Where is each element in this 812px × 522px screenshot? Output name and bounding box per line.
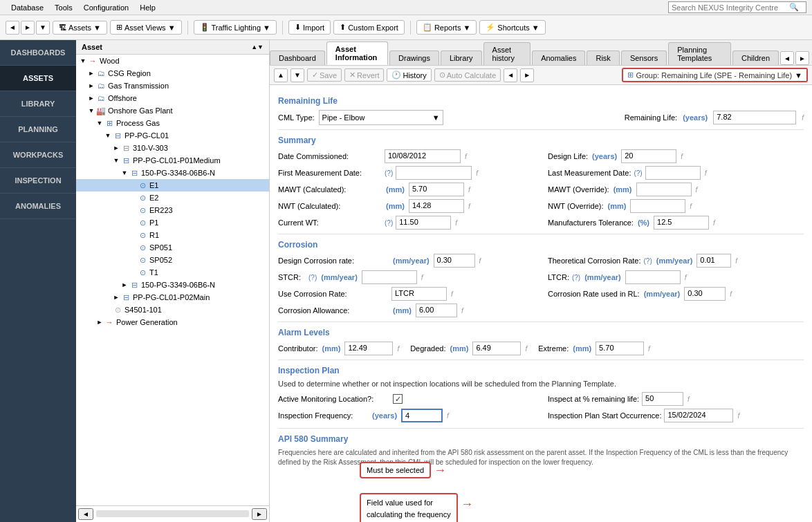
- history-button[interactable]: 🕐 History: [387, 68, 431, 82]
- tree-toggle-cl01-p02[interactable]: ►: [112, 294, 120, 301]
- asset-views-button[interactable]: ⊞ Asset Views ▼: [110, 20, 182, 35]
- tree-node-er223[interactable]: ⊙ ER223: [76, 204, 269, 216]
- tree-toggle-offshore[interactable]: ►: [87, 95, 95, 102]
- shortcuts-button[interactable]: ⚡ Shortcuts ▼: [479, 20, 545, 35]
- tree-scroll[interactable]: ▼ → Wood ► 🗂 CSG Region ► 🗂 Gas Transmis…: [76, 55, 269, 505]
- mawt-calc-input[interactable]: 5.70: [409, 183, 464, 196]
- ltcr-input[interactable]: [625, 270, 681, 284]
- group-selector[interactable]: ⊞ Group: Remaining Life (SPE - Remaining…: [622, 68, 809, 82]
- tree-node-gas-trans[interactable]: ► 🗂 Gas Transmission: [76, 80, 269, 92]
- corr-rate-rl-input[interactable]: 0.30: [684, 287, 726, 301]
- design-life-input[interactable]: 20: [621, 149, 676, 163]
- cml-type-input[interactable]: Pipe - Elbow ▼: [319, 110, 443, 125]
- tree-toggle-power[interactable]: ►: [95, 319, 104, 326]
- tree-node-e1[interactable]: ⊙ E1: [76, 179, 269, 192]
- tree-node-wood[interactable]: ▼ → Wood: [76, 55, 269, 67]
- manufacturers-tol-input[interactable]: 12.5: [654, 216, 709, 230]
- tab-asset-history[interactable]: Asset history: [483, 42, 531, 65]
- inspect-at-input[interactable]: 50: [642, 392, 683, 406]
- mawt-override-input[interactable]: [636, 183, 692, 196]
- tree-toggle-v303[interactable]: ►: [112, 145, 120, 151]
- tree-node-onshore[interactable]: ▼ 🏭 Onshore Gas Plant: [76, 104, 269, 117]
- tree-node-t1[interactable]: ⊙ T1: [76, 266, 269, 279]
- tree-node-power[interactable]: ► → Power Generation: [76, 316, 269, 328]
- nwt-calc-input[interactable]: 14.28: [409, 199, 464, 213]
- tree-toggle-wood[interactable]: ▼: [79, 57, 87, 64]
- first-measurement-input[interactable]: [396, 166, 472, 180]
- tree-node-e2[interactable]: ⊙ E2: [76, 192, 269, 204]
- tree-node-seg[interactable]: ▼ ⊟ 150-PG-3348-06B6-N: [76, 167, 269, 179]
- menu-database[interactable]: Database: [6, 2, 49, 13]
- menu-tools[interactable]: Tools: [49, 2, 78, 13]
- design-corr-input[interactable]: 0.30: [434, 254, 475, 268]
- traffic-lighting-button[interactable]: 🚦 Traffic Lighting ▼: [194, 20, 277, 35]
- tree-node-seg2[interactable]: ► ⊟ 150-PG-3349-06B6-N: [76, 279, 269, 291]
- tree-toggle-process-gas[interactable]: ▼: [95, 120, 104, 127]
- tree-scroll-left[interactable]: ◄: [78, 508, 93, 520]
- tree-toggle-csg[interactable]: ►: [87, 70, 95, 77]
- current-wt-input[interactable]: 11.50: [396, 216, 451, 230]
- tree-node-r1[interactable]: ⊙ R1: [76, 229, 269, 241]
- tree-node-sp052[interactable]: ⊙ SP052: [76, 254, 269, 266]
- tab-dashboard[interactable]: Dashboard: [270, 50, 325, 65]
- action-prev-btn[interactable]: ◄: [504, 68, 517, 82]
- contributor-input[interactable]: 12.49: [344, 342, 393, 355]
- use-corr-input[interactable]: LTCR: [391, 287, 447, 301]
- tree-node-cl01[interactable]: ▼ ⊟ PP-PG-CL01: [76, 129, 269, 142]
- corr-allowance-input[interactable]: 6.00: [416, 304, 457, 317]
- action-nav-up[interactable]: ▲: [274, 68, 288, 82]
- import-button[interactable]: ⬇ Import: [288, 20, 331, 35]
- tab-children[interactable]: Children: [732, 50, 779, 65]
- remaining-life-value[interactable]: 7.82: [713, 111, 796, 124]
- tab-planning-templates[interactable]: Planning Templates: [668, 42, 731, 65]
- tab-next-btn[interactable]: ►: [795, 51, 809, 65]
- tree-node-s4501[interactable]: ⊙ S4501-101: [76, 304, 269, 316]
- tree-toggle-cl01[interactable]: ▼: [104, 132, 112, 139]
- nav-back[interactable]: ◄: [6, 21, 19, 35]
- sidebar-item-workpacks[interactable]: WORKPACKS: [0, 142, 76, 168]
- tree-node-offshore[interactable]: ► 🗂 Offshore: [76, 92, 269, 104]
- tab-drawings[interactable]: Drawings: [389, 50, 439, 65]
- tab-library[interactable]: Library: [441, 50, 482, 65]
- stcr-input[interactable]: [362, 270, 417, 284]
- sidebar-item-assets[interactable]: ASSETS: [0, 66, 76, 91]
- tree-toggle-gas-trans[interactable]: ►: [87, 82, 95, 89]
- action-nav-down[interactable]: ▼: [290, 68, 304, 82]
- search-box[interactable]: 🔍: [668, 1, 806, 13]
- assets-button[interactable]: 🏗 Assets ▼: [53, 21, 107, 35]
- tab-risk[interactable]: Risk: [587, 50, 619, 65]
- custom-export-button[interactable]: ⬆ Custom Export: [333, 20, 405, 35]
- tree-node-csg[interactable]: ► 🗂 CSG Region: [76, 67, 269, 80]
- tab-prev-btn[interactable]: ◄: [780, 51, 794, 65]
- tree-toggle-onshore[interactable]: ▼: [87, 107, 95, 114]
- tree-node-cl01-p01[interactable]: ▼ ⊟ PP-PG-CL01-P01Medium: [76, 154, 269, 167]
- last-measurement-input[interactable]: [645, 166, 701, 180]
- theoretical-corr-input[interactable]: 0.01: [696, 254, 731, 268]
- nav-forward[interactable]: ►: [21, 21, 35, 35]
- menu-help[interactable]: Help: [134, 2, 161, 13]
- sidebar-item-planning[interactable]: PLANNING: [0, 117, 76, 142]
- action-next-btn[interactable]: ►: [520, 68, 534, 82]
- tree-node-process-gas[interactable]: ▼ ⊞ Process Gas: [76, 117, 269, 129]
- tree-scrollbar[interactable]: [96, 510, 249, 517]
- sidebar-item-inspection[interactable]: INSPECTION: [0, 168, 76, 194]
- tab-asset-information[interactable]: Asset Information: [326, 41, 388, 65]
- tab-anomalies[interactable]: Anomalies: [532, 50, 585, 65]
- tree-node-p1[interactable]: ⊙ P1: [76, 216, 269, 229]
- sidebar-item-dashboards[interactable]: DASHBOARDS: [0, 40, 76, 66]
- tree-node-sp051[interactable]: ⊙ SP051: [76, 241, 269, 254]
- tree-node-v303[interactable]: ► ⊟ 310-V-303: [76, 142, 269, 154]
- sort-icon[interactable]: ▲▼: [251, 44, 264, 50]
- tree-toggle-seg2[interactable]: ►: [120, 281, 129, 288]
- revert-button[interactable]: ✕ Revert: [344, 68, 384, 82]
- tree-toggle-seg[interactable]: ▼: [120, 169, 129, 176]
- search-input[interactable]: [672, 3, 789, 12]
- reports-button[interactable]: 📋 Reports ▼: [416, 20, 477, 35]
- inspection-plan-start-input[interactable]: 15/02/2024: [664, 409, 733, 422]
- tab-sensors[interactable]: Sensors: [621, 50, 667, 65]
- sidebar-item-library[interactable]: LIBRARY: [0, 91, 76, 117]
- degraded-input[interactable]: 6.49: [472, 342, 521, 355]
- tree-node-cl01-p02[interactable]: ► ⊟ PP-PG-CL01-P02Main: [76, 291, 269, 304]
- extreme-input[interactable]: 5.70: [596, 342, 644, 355]
- save-button[interactable]: ✓ Save: [307, 68, 342, 82]
